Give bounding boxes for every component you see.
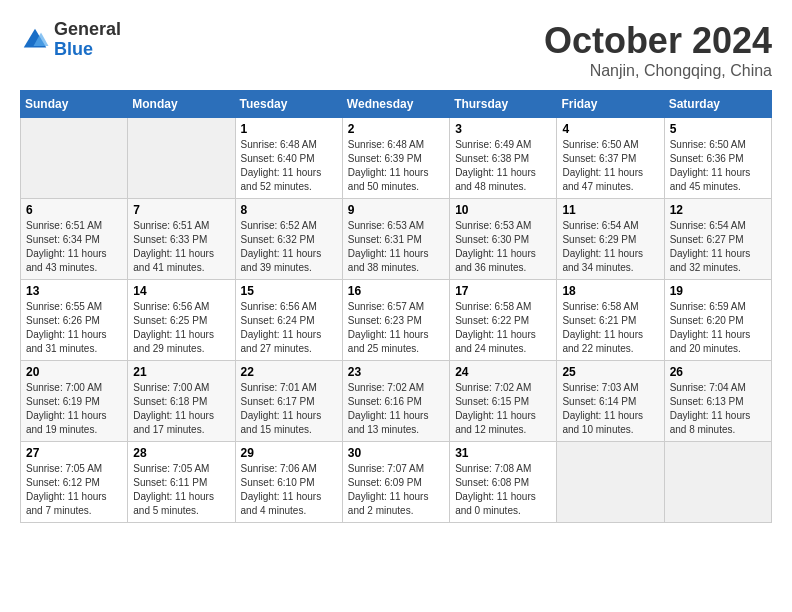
- daylight-text: Daylight: 11 hours and 50 minutes.: [348, 167, 429, 192]
- daylight-text: Daylight: 11 hours and 17 minutes.: [133, 410, 214, 435]
- calendar-day-cell: 25 Sunrise: 7:03 AM Sunset: 6:14 PM Dayl…: [557, 361, 664, 442]
- day-info: Sunrise: 6:59 AM Sunset: 6:20 PM Dayligh…: [670, 300, 766, 356]
- sunset-text: Sunset: 6:10 PM: [241, 477, 315, 488]
- calendar-week-row: 20 Sunrise: 7:00 AM Sunset: 6:19 PM Dayl…: [21, 361, 772, 442]
- day-number: 25: [562, 365, 658, 379]
- sunrise-text: Sunrise: 7:07 AM: [348, 463, 424, 474]
- logo-text-line1: General: [54, 20, 121, 40]
- sunrise-text: Sunrise: 6:58 AM: [455, 301, 531, 312]
- sunrise-text: Sunrise: 7:08 AM: [455, 463, 531, 474]
- calendar-day-cell: 26 Sunrise: 7:04 AM Sunset: 6:13 PM Dayl…: [664, 361, 771, 442]
- calendar-day-cell: 17 Sunrise: 6:58 AM Sunset: 6:22 PM Dayl…: [450, 280, 557, 361]
- calendar-day-cell: 12 Sunrise: 6:54 AM Sunset: 6:27 PM Dayl…: [664, 199, 771, 280]
- calendar-day-cell: 21 Sunrise: 7:00 AM Sunset: 6:18 PM Dayl…: [128, 361, 235, 442]
- day-info: Sunrise: 6:50 AM Sunset: 6:36 PM Dayligh…: [670, 138, 766, 194]
- sunrise-text: Sunrise: 6:48 AM: [348, 139, 424, 150]
- day-info: Sunrise: 7:07 AM Sunset: 6:09 PM Dayligh…: [348, 462, 444, 518]
- sunset-text: Sunset: 6:12 PM: [26, 477, 100, 488]
- sunset-text: Sunset: 6:25 PM: [133, 315, 207, 326]
- day-info: Sunrise: 6:56 AM Sunset: 6:25 PM Dayligh…: [133, 300, 229, 356]
- calendar-day-cell: 5 Sunrise: 6:50 AM Sunset: 6:36 PM Dayli…: [664, 118, 771, 199]
- daylight-text: Daylight: 11 hours and 27 minutes.: [241, 329, 322, 354]
- daylight-text: Daylight: 11 hours and 15 minutes.: [241, 410, 322, 435]
- day-number: 29: [241, 446, 337, 460]
- sunset-text: Sunset: 6:17 PM: [241, 396, 315, 407]
- sunrise-text: Sunrise: 7:05 AM: [133, 463, 209, 474]
- day-info: Sunrise: 7:05 AM Sunset: 6:12 PM Dayligh…: [26, 462, 122, 518]
- daylight-text: Daylight: 11 hours and 25 minutes.: [348, 329, 429, 354]
- daylight-text: Daylight: 11 hours and 52 minutes.: [241, 167, 322, 192]
- calendar-day-cell: [21, 118, 128, 199]
- daylight-text: Daylight: 11 hours and 22 minutes.: [562, 329, 643, 354]
- day-number: 22: [241, 365, 337, 379]
- day-number: 3: [455, 122, 551, 136]
- weekday-header: Thursday: [450, 91, 557, 118]
- calendar-day-cell: 23 Sunrise: 7:02 AM Sunset: 6:16 PM Dayl…: [342, 361, 449, 442]
- calendar-week-row: 13 Sunrise: 6:55 AM Sunset: 6:26 PM Dayl…: [21, 280, 772, 361]
- sunrise-text: Sunrise: 7:00 AM: [133, 382, 209, 393]
- logo-text-line2: Blue: [54, 40, 121, 60]
- day-number: 15: [241, 284, 337, 298]
- sunset-text: Sunset: 6:20 PM: [670, 315, 744, 326]
- main-title: October 2024: [544, 20, 772, 62]
- day-number: 24: [455, 365, 551, 379]
- daylight-text: Daylight: 11 hours and 24 minutes.: [455, 329, 536, 354]
- sunset-text: Sunset: 6:18 PM: [133, 396, 207, 407]
- day-info: Sunrise: 6:56 AM Sunset: 6:24 PM Dayligh…: [241, 300, 337, 356]
- day-info: Sunrise: 7:06 AM Sunset: 6:10 PM Dayligh…: [241, 462, 337, 518]
- sunrise-text: Sunrise: 6:49 AM: [455, 139, 531, 150]
- day-number: 16: [348, 284, 444, 298]
- day-number: 31: [455, 446, 551, 460]
- weekday-header: Friday: [557, 91, 664, 118]
- day-number: 11: [562, 203, 658, 217]
- day-info: Sunrise: 6:53 AM Sunset: 6:30 PM Dayligh…: [455, 219, 551, 275]
- sunset-text: Sunset: 6:09 PM: [348, 477, 422, 488]
- sunrise-text: Sunrise: 6:56 AM: [241, 301, 317, 312]
- day-number: 9: [348, 203, 444, 217]
- calendar-table: SundayMondayTuesdayWednesdayThursdayFrid…: [20, 90, 772, 523]
- day-number: 19: [670, 284, 766, 298]
- day-number: 26: [670, 365, 766, 379]
- sunrise-text: Sunrise: 6:58 AM: [562, 301, 638, 312]
- calendar-day-cell: 9 Sunrise: 6:53 AM Sunset: 6:31 PM Dayli…: [342, 199, 449, 280]
- sunset-text: Sunset: 6:29 PM: [562, 234, 636, 245]
- sunrise-text: Sunrise: 7:01 AM: [241, 382, 317, 393]
- day-info: Sunrise: 7:00 AM Sunset: 6:18 PM Dayligh…: [133, 381, 229, 437]
- daylight-text: Daylight: 11 hours and 36 minutes.: [455, 248, 536, 273]
- sunrise-text: Sunrise: 7:02 AM: [348, 382, 424, 393]
- day-number: 23: [348, 365, 444, 379]
- day-number: 13: [26, 284, 122, 298]
- sunrise-text: Sunrise: 6:56 AM: [133, 301, 209, 312]
- sunset-text: Sunset: 6:15 PM: [455, 396, 529, 407]
- sunrise-text: Sunrise: 7:03 AM: [562, 382, 638, 393]
- sunrise-text: Sunrise: 6:54 AM: [562, 220, 638, 231]
- calendar-header-row: SundayMondayTuesdayWednesdayThursdayFrid…: [21, 91, 772, 118]
- calendar-day-cell: 19 Sunrise: 6:59 AM Sunset: 6:20 PM Dayl…: [664, 280, 771, 361]
- daylight-text: Daylight: 11 hours and 13 minutes.: [348, 410, 429, 435]
- sunrise-text: Sunrise: 6:50 AM: [670, 139, 746, 150]
- sunset-text: Sunset: 6:26 PM: [26, 315, 100, 326]
- day-info: Sunrise: 7:08 AM Sunset: 6:08 PM Dayligh…: [455, 462, 551, 518]
- day-info: Sunrise: 6:51 AM Sunset: 6:34 PM Dayligh…: [26, 219, 122, 275]
- calendar-day-cell: 7 Sunrise: 6:51 AM Sunset: 6:33 PM Dayli…: [128, 199, 235, 280]
- calendar-week-row: 1 Sunrise: 6:48 AM Sunset: 6:40 PM Dayli…: [21, 118, 772, 199]
- calendar-day-cell: [557, 442, 664, 523]
- day-number: 17: [455, 284, 551, 298]
- sunrise-text: Sunrise: 6:54 AM: [670, 220, 746, 231]
- sunrise-text: Sunrise: 6:51 AM: [133, 220, 209, 231]
- day-number: 1: [241, 122, 337, 136]
- calendar-week-row: 6 Sunrise: 6:51 AM Sunset: 6:34 PM Dayli…: [21, 199, 772, 280]
- calendar-day-cell: 22 Sunrise: 7:01 AM Sunset: 6:17 PM Dayl…: [235, 361, 342, 442]
- calendar-day-cell: 29 Sunrise: 7:06 AM Sunset: 6:10 PM Dayl…: [235, 442, 342, 523]
- day-info: Sunrise: 7:01 AM Sunset: 6:17 PM Dayligh…: [241, 381, 337, 437]
- sunrise-text: Sunrise: 6:53 AM: [348, 220, 424, 231]
- daylight-text: Daylight: 11 hours and 8 minutes.: [670, 410, 751, 435]
- calendar-day-cell: 31 Sunrise: 7:08 AM Sunset: 6:08 PM Dayl…: [450, 442, 557, 523]
- daylight-text: Daylight: 11 hours and 5 minutes.: [133, 491, 214, 516]
- day-info: Sunrise: 7:00 AM Sunset: 6:19 PM Dayligh…: [26, 381, 122, 437]
- day-number: 7: [133, 203, 229, 217]
- weekday-header: Tuesday: [235, 91, 342, 118]
- calendar-day-cell: 27 Sunrise: 7:05 AM Sunset: 6:12 PM Dayl…: [21, 442, 128, 523]
- calendar-day-cell: 20 Sunrise: 7:00 AM Sunset: 6:19 PM Dayl…: [21, 361, 128, 442]
- day-info: Sunrise: 7:02 AM Sunset: 6:15 PM Dayligh…: [455, 381, 551, 437]
